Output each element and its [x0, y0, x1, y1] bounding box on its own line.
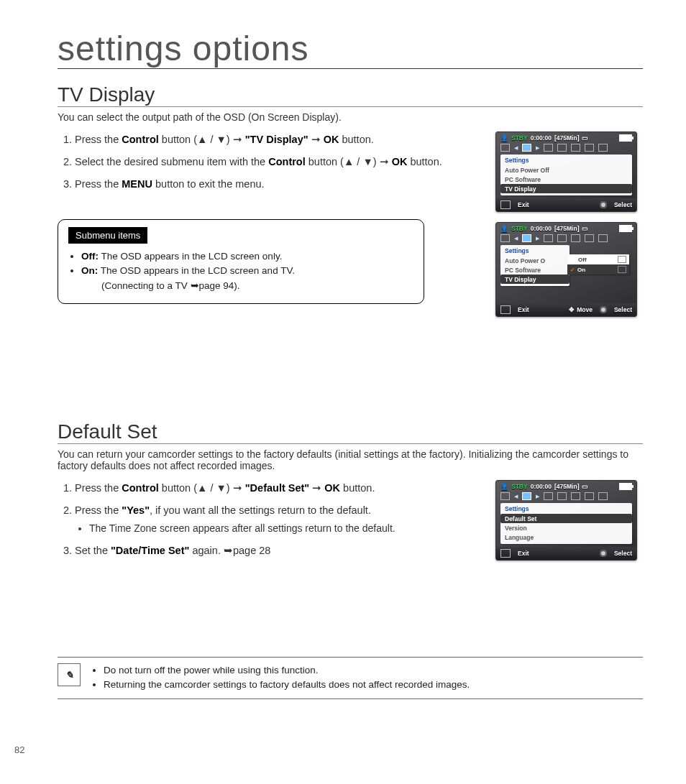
down-triangle-icon: ▼ [362, 156, 372, 167]
text: On: [81, 265, 98, 276]
left-arrow-icon: ◀ [514, 236, 518, 241]
text: Press the [75, 134, 122, 145]
page-number: 82 [14, 744, 24, 755]
camera-icon: 👤 [500, 225, 508, 232]
text: Press the [75, 178, 122, 190]
panel-header: Settings [500, 505, 632, 514]
text: button ( [159, 134, 197, 145]
text: Control [122, 134, 159, 145]
tv-display-steps: Press the Control button (▲ / ▼) ➞ "TV D… [58, 132, 481, 193]
strip-icon [544, 492, 553, 500]
capacity: [475Min] [554, 134, 579, 142]
text: / [354, 156, 362, 167]
panel-header: Settings [500, 157, 632, 165]
text: "Default Set" [245, 482, 310, 494]
up-triangle-icon: ▲ [344, 156, 354, 167]
strip-icon [585, 144, 594, 152]
text: , if you want all the settings return to… [150, 504, 371, 516]
strip-icon [544, 144, 553, 152]
down-triangle-icon: ▼ [216, 134, 226, 145]
text: Press the [75, 504, 122, 516]
text: Set the [75, 545, 111, 556]
menu-icon [500, 305, 511, 314]
exit-label: Exit [518, 201, 529, 208]
text: The Time Zone screen appears after all s… [89, 520, 481, 536]
text: On [577, 267, 585, 273]
text: again. ➥page 28 [189, 545, 270, 556]
tv-display-lead: You can select the output path of the OS… [58, 111, 643, 123]
text: Select the desired submenu item with the [75, 156, 268, 167]
timecode: 0:00:00 [531, 483, 552, 490]
down-triangle-icon: ▼ [216, 482, 226, 494]
text: (Connecting to a TV ➥page 94). [81, 280, 240, 291]
item-icon [618, 256, 626, 263]
strip-icon [522, 492, 531, 500]
stby-label: STBY [511, 134, 528, 142]
menu-item-selected: Default Set [500, 514, 632, 523]
left-arrow-icon: ◀ [514, 145, 518, 151]
battery-icon [619, 225, 632, 232]
strip-icon [557, 144, 567, 152]
note-icon: ✎ [58, 663, 81, 686]
right-arrow-icon: ▶ [536, 145, 539, 151]
exit-label: Exit [518, 306, 529, 313]
tv-display-heading: TV Display [58, 83, 643, 107]
menu-item: Auto Power Off [500, 165, 632, 175]
check-icon: ✓ [570, 267, 575, 273]
menu-icon [500, 549, 511, 558]
text: Press the [75, 482, 122, 494]
menu-item: Language [500, 532, 632, 542]
card-icon: ▭ [582, 225, 588, 232]
text: "Yes" [122, 504, 150, 516]
capacity: [475Min] [554, 483, 579, 490]
text: button ( [159, 482, 197, 494]
text: ➞ [308, 134, 324, 145]
strip-icon [522, 234, 531, 242]
battery-icon [619, 134, 632, 142]
menu-item: PC Software [500, 175, 632, 184]
capacity: [475Min] [554, 225, 579, 232]
text: Off: [81, 251, 99, 262]
select-label: Select [614, 550, 632, 557]
menu-item: Version [500, 523, 632, 532]
move-icon: ✥ [569, 306, 575, 313]
text: button ( [306, 156, 344, 167]
text: ) ➞ [227, 482, 245, 494]
text: OK [392, 156, 408, 167]
up-triangle-icon: ▲ [197, 482, 207, 494]
text: / [207, 134, 216, 145]
text: "Date/Time Set" [111, 545, 189, 556]
default-set-lead: You can return your camcorder settings t… [58, 448, 643, 471]
exit-label: Exit [518, 550, 529, 557]
text: button. [339, 134, 373, 145]
menu-icon [500, 200, 511, 209]
item-icon [618, 266, 626, 273]
page-title: settings options [58, 29, 643, 69]
text: MENU [122, 178, 152, 190]
strip-icon [585, 492, 594, 500]
text: button. [407, 156, 442, 167]
strip-icon [557, 492, 567, 500]
stby-label: STBY [511, 225, 528, 232]
default-set-steps: Press the Control button (▲ / ▼) ➞ "Defa… [58, 480, 481, 559]
text: ➞ [309, 482, 324, 494]
strip-icon [500, 144, 510, 152]
strip-icon [571, 144, 580, 152]
strip-icon [522, 144, 531, 152]
text: / [207, 482, 216, 494]
right-arrow-icon: ▶ [536, 494, 539, 499]
menu-item: Auto Power O [500, 256, 570, 265]
timecode: 0:00:00 [531, 134, 552, 142]
move-label: Move [577, 306, 593, 313]
strip-icon [500, 234, 510, 242]
text: button to exit the menu. [152, 178, 265, 190]
strip-icon [585, 234, 594, 242]
gear-icon [600, 306, 607, 313]
timecode: 0:00:00 [531, 225, 552, 232]
osd-default-set-menu: 👤 STBY 0:00:00 [475Min] ▭ ◀ ▶ [495, 480, 637, 561]
card-icon: ▭ [582, 134, 588, 142]
menu-item-selected: TV Display [500, 184, 632, 193]
sub-panel: Off ✓ On [567, 254, 629, 275]
menu-item-selected: TV Display [500, 275, 570, 284]
text: Control [268, 156, 306, 167]
